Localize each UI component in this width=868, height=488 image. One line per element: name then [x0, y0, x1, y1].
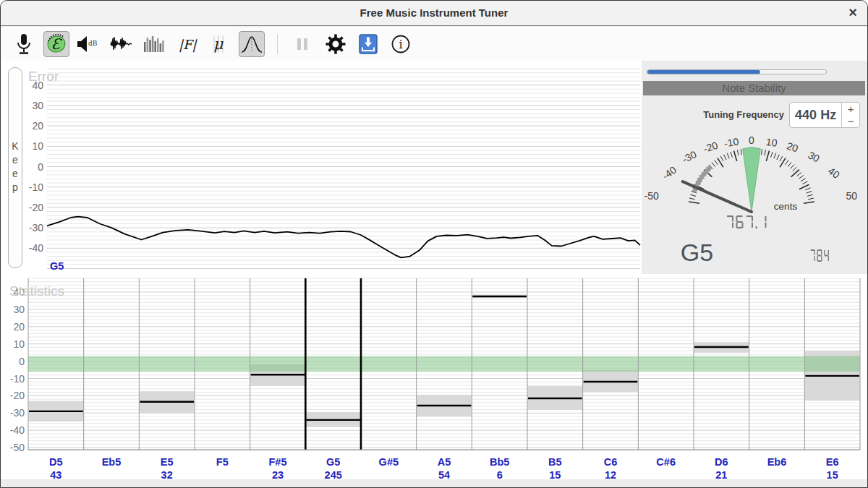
note-count: 21: [715, 469, 727, 479]
svg-text:dB: dB: [88, 40, 98, 47]
cents-gauge: -50-40-30-20-1001020304050: [643, 134, 867, 228]
microphone-icon: [14, 33, 33, 55]
note-label: Bb5: [490, 456, 509, 468]
note-label: Eb5: [102, 456, 122, 468]
gauge-label: -20: [702, 140, 719, 155]
gauge-label: -10: [723, 135, 740, 149]
note-label: G5: [326, 456, 340, 468]
note-count: 43: [50, 469, 61, 479]
note-label: E5: [161, 456, 174, 468]
stats-ytick: -30: [10, 407, 25, 419]
svg-text:μ: μ: [213, 35, 224, 53]
gauge-needle: [683, 181, 752, 212]
mu-icon: μ: [208, 34, 230, 54]
error-chart: -40-30-20-10010203040ErrorG5: [1, 61, 642, 274]
keep-button[interactable]: Keep: [8, 67, 22, 268]
note-label: C6: [604, 456, 618, 468]
spinner-buttons: + −: [841, 103, 859, 127]
waveform-button[interactable]: [109, 31, 135, 57]
app-window: Free Music Instrument Tuner × Ɛ dB: [0, 0, 868, 488]
error-ytick: -20: [29, 202, 43, 213]
note-count: 245: [325, 469, 342, 479]
tuning-frequency-label: Tuning Frequency: [643, 109, 784, 120]
gauge-label: 0: [749, 134, 754, 146]
note-label: C#6: [656, 456, 676, 468]
in-tune-zone: [28, 356, 860, 372]
gear-icon: [325, 33, 346, 55]
error-current-note: G5: [50, 260, 64, 272]
stats-ytick: 0: [19, 356, 25, 367]
note-count: 15: [549, 469, 561, 479]
gauge-label: 30: [807, 149, 822, 164]
stats-ytick: -20: [10, 390, 25, 401]
waveform-icon: [110, 35, 133, 53]
close-button[interactable]: ×: [848, 1, 857, 25]
note-label: E6: [826, 456, 839, 468]
gauge-label: 20: [786, 140, 800, 154]
tuning-frequency-value[interactable]: 440 Hz: [790, 103, 841, 127]
fourier-button[interactable]: |F|: [174, 31, 200, 57]
cents-unit-label: cents: [760, 201, 811, 212]
tuner-panel: Note Stability Tuning Frequency 440 Hz +…: [642, 61, 868, 274]
fourier-icon: |F|: [176, 34, 197, 54]
pause-button[interactable]: [290, 31, 316, 57]
error-ytick: 0: [38, 161, 43, 173]
stats-ytick: 20: [13, 321, 25, 333]
error-ytick: 30: [32, 100, 43, 111]
target-frequency-display: [810, 249, 832, 262]
error-title: Error: [28, 69, 59, 84]
detected-note-label: G5: [659, 239, 735, 267]
stats-ytick: -50: [10, 442, 25, 453]
peak-curve-button[interactable]: [239, 31, 265, 57]
note-count: 23: [272, 469, 284, 479]
note-stability-meter: [647, 69, 827, 74]
histogram-button[interactable]: [141, 31, 167, 57]
measured-frequency-display: [726, 215, 771, 230]
mu-button[interactable]: μ: [206, 31, 232, 57]
note-label: D5: [49, 456, 63, 468]
volume-button[interactable]: dB: [76, 31, 102, 57]
gauge-label: 40: [826, 165, 842, 181]
error-ytick: -10: [29, 181, 43, 193]
info-icon: i: [391, 34, 411, 54]
save-button[interactable]: [355, 31, 381, 57]
pause-icon: [295, 37, 311, 51]
window-footer: [1, 479, 868, 488]
stats-ytick: -10: [10, 373, 25, 385]
note-count: 54: [438, 469, 450, 479]
note-count: 6: [497, 469, 503, 479]
note-label: F#5: [269, 456, 287, 468]
ear-tuner-button[interactable]: Ɛ: [43, 31, 69, 57]
save-icon: [359, 34, 378, 54]
gauge-label: 10: [765, 136, 778, 149]
statistics-title: Statistics: [9, 283, 64, 299]
stats-ytick: 10: [13, 338, 25, 350]
note-label: D6: [715, 456, 728, 468]
note-label: A5: [438, 456, 451, 468]
note-stability-meter-fill: [647, 70, 760, 74]
info-button[interactable]: i: [388, 31, 414, 57]
error-ytick: -30: [29, 222, 43, 234]
titlebar: Free Music Instrument Tuner ×: [1, 1, 867, 26]
error-ytick: 20: [32, 120, 43, 132]
note-stability-header: Note Stability: [643, 81, 865, 95]
microphone-button[interactable]: [11, 31, 37, 57]
svg-text:|F|: |F|: [179, 37, 197, 53]
tuning-frequency-spinbox[interactable]: 440 Hz + −: [789, 102, 860, 128]
gauge-label: -50: [644, 190, 659, 202]
note-count: 32: [161, 469, 173, 479]
error-ytick: -40: [29, 242, 43, 254]
error-ytick: 10: [32, 140, 43, 152]
note-label: Eb6: [767, 456, 787, 468]
note-count: 12: [605, 469, 616, 479]
stats-ytick: -40: [10, 424, 25, 436]
gauge-label: 50: [846, 190, 857, 202]
gauge-label: -30: [680, 148, 698, 166]
ear-icon: Ɛ: [46, 33, 67, 55]
spin-up-button[interactable]: +: [842, 103, 859, 115]
histogram-icon: [143, 35, 165, 53]
window-title: Free Music Instrument Tuner: [1, 1, 867, 25]
settings-button[interactable]: [323, 31, 349, 57]
toolbar-separator: [277, 34, 278, 54]
spin-down-button[interactable]: −: [842, 115, 859, 127]
